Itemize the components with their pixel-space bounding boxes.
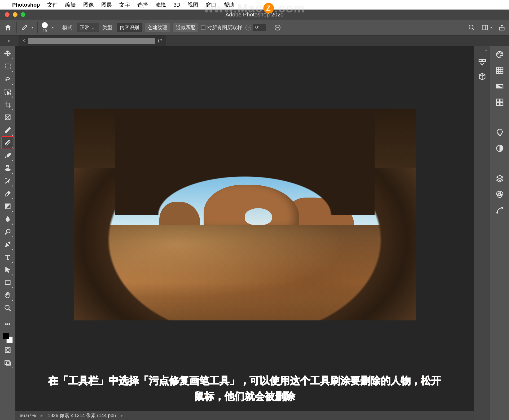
foreground-color-swatch[interactable] [3,333,9,339]
clone-stamp-tool[interactable] [2,162,14,174]
sample-all-layers-checkbox[interactable]: 对所有图层取样 [201,24,242,31]
home-icon[interactable] [4,23,12,32]
zoom-tool[interactable] [2,302,14,314]
document-name-redacted [28,38,155,44]
rectangular-marquee-tool[interactable] [2,60,14,73]
tutorial-annotation: 在「工具栏」中选择「污点修复画笔工具」，可以使用这个工具刷涂要删除的人物，松开 … [34,373,456,404]
dodge-tool[interactable] [2,226,14,238]
window-zoom-button[interactable] [21,12,25,17]
sample-all-layers-label: 对所有图层取样 [207,24,242,31]
window-close-button[interactable] [5,12,10,17]
svg-rect-29 [479,59,482,61]
document-info[interactable]: 1826 像素 x 1214 像素 (144 ppi) [48,412,116,419]
svg-rect-41 [500,99,503,102]
blend-mode-select[interactable]: 正常 ⌄ [77,23,99,32]
status-bar: 66.67% ▸ 1826 像素 x 1214 像素 (144 ppi) ▸ [15,411,474,420]
patterns-panel-icon[interactable] [495,98,504,106]
mode-label: 模式: [62,24,74,31]
3d-panel-icon[interactable] [478,72,486,81]
svg-point-15 [8,141,9,142]
lasso-tool[interactable] [2,73,14,85]
menu-layer[interactable]: 图层 [101,1,112,8]
angle-input[interactable]: 0° [253,24,266,31]
eraser-tool[interactable] [2,187,14,200]
gradients-panel-icon[interactable] [495,82,504,91]
close-tab-icon[interactable]: × [22,38,25,43]
search-icon[interactable] [468,24,475,31]
blur-tool[interactable] [2,213,14,225]
svg-rect-34 [497,67,503,74]
adjustments-panel-icon[interactable] [495,144,504,153]
crop-tool[interactable] [2,99,14,111]
rectangle-tool[interactable] [2,276,14,289]
paths-panel-icon[interactable] [495,206,504,215]
pen-tool[interactable] [2,238,14,251]
spot-healing-brush-tool[interactable] [2,137,14,149]
menu-select[interactable]: 选择 [137,1,148,8]
gradient-tool[interactable] [2,200,14,212]
history-panel-icon[interactable] [478,58,486,66]
path-selection-tool[interactable] [2,264,14,276]
menu-view[interactable]: 视图 [188,1,198,8]
document-tab[interactable]: × ) * [19,35,166,46]
menu-file[interactable]: 文件 [47,1,58,8]
move-tool[interactable] [2,48,14,60]
zoom-level[interactable]: 66.67% [20,413,36,418]
eyedropper-tool[interactable] [2,124,14,136]
menu-type[interactable]: 文字 [119,1,130,8]
frame-tool[interactable] [2,111,14,123]
workspace-icon [481,24,488,31]
learn-panel-icon[interactable] [495,128,504,137]
swatches-panel-icon[interactable] [495,66,504,75]
menu-edit[interactable]: 编辑 [65,1,76,8]
type-create-texture-button[interactable]: 创建纹理 [145,23,170,32]
collapse-handle[interactable]: ‹‹ [485,48,487,52]
collapsed-panel-dock-1: ‹‹ [474,46,490,420]
document-tab-suffix: ) * [158,38,162,43]
window-titlebar: Adobe Photoshop 2020 [0,10,509,20]
svg-point-26 [6,348,9,352]
type-proximity-match-button[interactable]: 近似匹配 [173,23,198,32]
object-selection-tool[interactable] [2,86,14,98]
history-brush-tool[interactable] [2,175,14,187]
angle-dial-icon[interactable] [245,25,251,30]
hand-tool[interactable] [2,289,14,301]
type-content-aware-button[interactable]: 内容识别 [117,23,142,32]
screen-mode-toggle[interactable] [2,357,14,369]
brush-angle-control[interactable]: 0° [245,24,266,31]
svg-point-24 [9,324,10,325]
layers-panel-icon[interactable] [495,174,504,183]
window-minimize-button[interactable] [13,12,17,17]
expand-toolbar-handle[interactable]: ›› [0,35,19,46]
svg-point-14 [7,142,8,143]
menu-3d[interactable]: 3D [173,2,180,8]
svg-line-18 [5,233,7,235]
document-canvas[interactable] [74,109,416,320]
menu-image[interactable]: 图像 [83,1,94,8]
tool-preset-picker[interactable]: ▾ [21,24,33,31]
svg-point-22 [5,324,7,325]
channels-panel-icon[interactable] [495,190,504,199]
bandage-icon [21,24,28,31]
quick-mask-toggle[interactable] [2,344,14,356]
svg-line-21 [9,309,11,311]
svg-rect-30 [482,59,485,61]
share-icon[interactable] [498,24,505,31]
type-tool[interactable] [2,251,14,263]
brush-preset-picker[interactable]: 19 [42,22,48,33]
edit-toolbar-button[interactable] [2,318,14,330]
menu-filter[interactable]: 滤镜 [155,1,166,8]
svg-point-23 [7,324,8,325]
app-menu[interactable]: Photoshop [12,2,40,8]
canvas-area[interactable]: 在「工具栏」中选择「污点修复画笔工具」，可以使用这个工具刷涂要删除的人物，松开 … [15,46,474,420]
foreground-background-colors[interactable] [2,332,13,343]
menu-help[interactable]: 帮助 [224,1,234,8]
workspace-switcher[interactable]: ▾ [481,24,492,31]
svg-rect-43 [500,102,503,105]
brush-tool[interactable] [2,149,14,162]
svg-rect-42 [497,102,499,105]
pressure-size-icon[interactable] [274,24,281,31]
menu-window[interactable]: 窗口 [206,1,216,8]
svg-rect-27 [5,361,9,364]
color-panel-icon[interactable] [495,50,504,59]
